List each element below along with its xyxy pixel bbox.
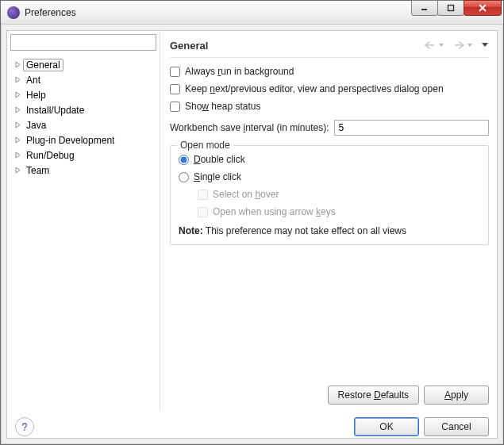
open-mode-note: Note: This preference may not take effec…	[179, 225, 480, 236]
filter-input[interactable]	[10, 34, 156, 51]
single-click-subopts: Select on hover Open when using arrow ke…	[198, 187, 480, 219]
tree-item-label: General	[23, 59, 63, 71]
maximize-icon	[447, 4, 455, 12]
forward-button[interactable]	[452, 40, 465, 50]
cancel-button[interactable]: Cancel	[424, 417, 489, 436]
single-click-radio[interactable]: Single click	[179, 170, 480, 184]
general-form: Always run in background Keep next/previ…	[170, 64, 489, 245]
content-header: General	[170, 36, 489, 55]
tree-item-label: Java	[23, 119, 49, 132]
close-button[interactable]	[464, 0, 502, 16]
preferences-window: Preferences GeneralAntHelpInstall/Update…	[0, 0, 504, 445]
open-mode-title: Open mode	[177, 140, 233, 151]
tree-item-general[interactable]: General	[12, 57, 160, 72]
sidebar: GeneralAntHelpInstall/UpdateJavaPlug-in …	[7, 31, 160, 411]
page-buttons: Restore Defaults Apply	[170, 379, 489, 405]
tree-item-help[interactable]: Help	[12, 87, 160, 102]
help-icon	[19, 421, 30, 432]
svg-point-2	[24, 429, 25, 431]
split: GeneralAntHelpInstall/UpdateJavaPlug-in …	[7, 31, 497, 411]
apply-button[interactable]: Apply	[424, 386, 489, 405]
always-run-bg-checkbox[interactable]: Always run in background	[170, 64, 489, 79]
window-buttons	[412, 1, 502, 24]
keep-editor-dialog-checkbox[interactable]: Keep next/previous editor, view and pers…	[170, 82, 489, 96]
tree-item-ant[interactable]: Ant	[12, 72, 160, 87]
tree-item-install-update[interactable]: Install/Update	[12, 102, 160, 117]
save-interval-label: Workbench save interval (in minutes):	[170, 122, 329, 133]
expand-arrow-icon[interactable]	[12, 75, 23, 86]
expand-arrow-icon[interactable]	[12, 105, 23, 116]
window-title: Preferences	[25, 7, 412, 18]
history-nav	[424, 40, 489, 50]
tree-item-plug-in-development[interactable]: Plug-in Development	[12, 132, 160, 148]
dialog-pane: GeneralAntHelpInstall/UpdateJavaPlug-in …	[6, 30, 498, 439]
tree-item-run-debug[interactable]: Run/Debug	[12, 148, 160, 163]
minimize-button[interactable]	[411, 0, 438, 16]
help-button[interactable]	[15, 417, 34, 436]
tree-item-team[interactable]: Team	[12, 163, 160, 178]
tree-item-label: Team	[23, 164, 52, 177]
maximize-button[interactable]	[437, 0, 464, 16]
back-icon	[424, 40, 437, 50]
ok-button[interactable]: OK	[354, 417, 419, 436]
expand-arrow-icon[interactable]	[12, 165, 23, 176]
close-icon	[478, 4, 487, 12]
tree-item-label: Plug-in Development	[23, 134, 117, 147]
minimize-icon	[421, 4, 429, 12]
expand-arrow-icon[interactable]	[12, 59, 23, 71]
chevron-down-icon	[467, 40, 473, 50]
divider	[170, 57, 489, 58]
forward-menu[interactable]	[467, 40, 473, 50]
page-title: General	[170, 40, 424, 52]
double-click-radio[interactable]: Double click	[179, 152, 480, 167]
back-button[interactable]	[424, 40, 437, 50]
tree-item-label: Install/Update	[23, 104, 87, 117]
client-area: GeneralAntHelpInstall/UpdateJavaPlug-in …	[1, 25, 503, 444]
restore-defaults-button[interactable]: Restore Defaults	[328, 386, 419, 405]
preference-tree[interactable]: GeneralAntHelpInstall/UpdateJavaPlug-in …	[7, 56, 160, 178]
chevron-down-icon	[481, 40, 489, 50]
tree-item-label: Ant	[23, 74, 44, 86]
dialog-footer: OK Cancel	[7, 411, 497, 438]
tree-item-java[interactable]: Java	[12, 117, 160, 132]
select-on-hover-checkbox: Select on hover	[198, 187, 480, 201]
tree-item-label: Help	[23, 89, 49, 102]
show-heap-checkbox[interactable]: Show heap status	[170, 99, 489, 113]
chevron-down-icon	[438, 40, 444, 50]
svg-rect-1	[448, 6, 454, 11]
view-menu-button[interactable]	[481, 40, 489, 50]
save-interval-input[interactable]	[334, 120, 489, 136]
expand-arrow-icon[interactable]	[12, 120, 23, 131]
open-arrow-keys-checkbox: Open when using arrow keys	[198, 205, 480, 219]
expand-arrow-icon[interactable]	[12, 135, 23, 146]
save-interval-row: Workbench save interval (in minutes):	[170, 120, 489, 136]
content-area: General	[160, 31, 497, 411]
titlebar[interactable]: Preferences	[1, 1, 503, 25]
open-mode-group: Open mode Double click Single click Sele	[170, 145, 489, 245]
forward-icon	[452, 40, 465, 50]
expand-arrow-icon[interactable]	[12, 90, 23, 101]
back-menu[interactable]	[438, 40, 444, 50]
tree-item-label: Run/Debug	[23, 149, 78, 162]
expand-arrow-icon[interactable]	[12, 150, 23, 161]
app-icon	[7, 6, 20, 19]
